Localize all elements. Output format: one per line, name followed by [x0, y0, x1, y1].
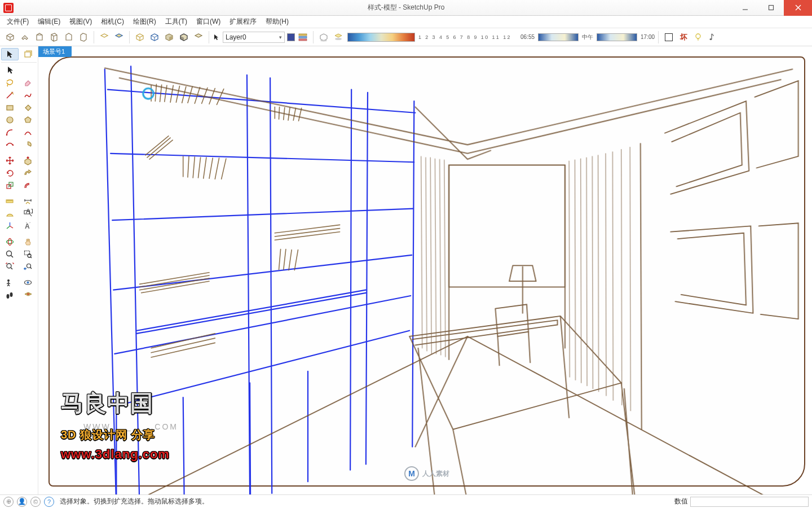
layer-manager-icon[interactable]: [296, 30, 310, 44]
move-tool[interactable]: [1, 154, 19, 167]
view-left-icon[interactable]: [77, 30, 90, 44]
svg-point-33: [7, 294, 10, 299]
section-tool[interactable]: [19, 288, 37, 301]
minimize-button[interactable]: [732, 0, 758, 16]
svg-line-95: [289, 250, 292, 270]
followme-tool[interactable]: [19, 167, 37, 179]
svg-line-105: [444, 160, 445, 357]
svg-line-44: [112, 209, 413, 221]
select-tool[interactable]: [1, 48, 19, 60]
view-right-icon[interactable]: [47, 30, 61, 44]
menu-tools[interactable]: 工具(T): [161, 16, 192, 28]
svg-line-96: [294, 250, 298, 270]
style-backedges-icon[interactable]: [112, 30, 126, 44]
menu-window[interactable]: 窗口(W): [192, 16, 225, 28]
layer-color-swatch[interactable]: [287, 33, 295, 41]
svg-line-92: [275, 232, 339, 240]
lasso-tool[interactable]: [1, 76, 19, 89]
maximize-button[interactable]: [758, 0, 784, 16]
freehand-tool[interactable]: [19, 89, 37, 101]
rotate-tool[interactable]: [1, 167, 19, 179]
time-end: 17:00: [641, 34, 655, 40]
svg-line-112: [606, 154, 606, 396]
circle-tool[interactable]: [1, 113, 19, 126]
help-icon[interactable]: ?: [44, 497, 54, 507]
look-around-tool[interactable]: [19, 276, 37, 288]
zoom-extents-tool[interactable]: [1, 260, 19, 273]
pie-tool[interactable]: [19, 138, 37, 151]
protractor-tool[interactable]: [1, 207, 19, 220]
3dtext-tool[interactable]: A: [19, 220, 37, 232]
user-icon[interactable]: 👤: [17, 497, 27, 507]
pushpull-tool[interactable]: [19, 154, 37, 167]
tape-tool[interactable]: [1, 195, 19, 207]
close-button[interactable]: [784, 0, 812, 16]
layer-value: Layer0: [226, 33, 246, 41]
shadow-toggle-icon[interactable]: [332, 30, 345, 44]
outliner-icon[interactable]: [662, 30, 676, 44]
lightbulb-icon[interactable]: [691, 30, 705, 44]
svg-line-66: [145, 136, 169, 155]
style-hidden-icon[interactable]: [148, 30, 161, 44]
line-tool[interactable]: [1, 89, 19, 101]
arc-tool[interactable]: [1, 126, 19, 138]
svg-rect-12: [7, 106, 13, 110]
style-shaded-tex-icon[interactable]: [177, 30, 191, 44]
polygon-tool[interactable]: [19, 113, 37, 126]
style-wireframe-icon[interactable]: [133, 30, 147, 44]
orbit-tool[interactable]: [1, 235, 19, 248]
arc3-tool[interactable]: [1, 138, 19, 151]
svg-line-37: [247, 75, 250, 494]
prev-view-tool[interactable]: [19, 260, 37, 273]
svg-line-40: [366, 93, 368, 465]
walk-tool[interactable]: [1, 288, 19, 301]
time-ramp[interactable]: [538, 33, 579, 41]
svg-line-87: [288, 108, 290, 121]
menu-file[interactable]: 文件(F): [2, 16, 33, 28]
watermark-center: M 人人素材: [404, 466, 449, 481]
arc2-tool[interactable]: [19, 126, 37, 138]
view-iso-icon[interactable]: [3, 30, 17, 44]
dimension-tool[interactable]: [19, 195, 37, 207]
viewport[interactable]: 场景号1: [38, 46, 812, 494]
pan-tool[interactable]: [19, 235, 37, 248]
position-camera-tool[interactable]: [1, 276, 19, 288]
month-ramp[interactable]: [347, 33, 415, 42]
svg-line-55: [155, 84, 156, 101]
menu-help[interactable]: 帮助(H): [261, 16, 293, 28]
scene-tab-1[interactable]: 场景号1: [38, 46, 72, 57]
style-mono-icon[interactable]: [192, 30, 205, 44]
text-tool[interactable]: A1: [19, 207, 37, 220]
scale-tool[interactable]: [1, 179, 19, 191]
time-ramp-2[interactable]: [597, 33, 637, 41]
view-front-icon[interactable]: [33, 30, 46, 44]
bad-geom-icon[interactable]: 坏: [677, 30, 690, 44]
style-xray-icon[interactable]: [98, 30, 111, 44]
menu-view[interactable]: 视图(V): [65, 16, 96, 28]
menu-edit[interactable]: 编辑(E): [33, 16, 65, 28]
time-mid: 中午: [582, 33, 593, 41]
credits-icon[interactable]: ©: [30, 497, 41, 507]
music-note-icon[interactable]: [706, 30, 720, 44]
menu-camera[interactable]: 相机(C): [96, 16, 129, 28]
menu-draw[interactable]: 绘图(R): [129, 16, 161, 28]
layer-select[interactable]: Layer0 ▾: [223, 32, 285, 43]
geo-icon[interactable]: ⊕: [3, 497, 14, 507]
view-top-icon[interactable]: [18, 30, 32, 44]
rotated-rect-tool[interactable]: [19, 101, 37, 113]
view-back-icon[interactable]: [62, 30, 76, 44]
zoom-tool[interactable]: [1, 248, 19, 260]
shadow-settings-icon[interactable]: [317, 30, 330, 44]
svg-point-10: [710, 38, 712, 40]
style-shaded-icon[interactable]: [162, 30, 176, 44]
rectangle-tool[interactable]: [1, 101, 19, 113]
eraser-tool[interactable]: [19, 76, 37, 89]
menu-extensions[interactable]: 扩展程序: [225, 16, 261, 28]
offset-tool[interactable]: [19, 179, 37, 191]
select-tool-2[interactable]: [1, 64, 19, 76]
svg-point-13: [7, 117, 13, 123]
axes-tool[interactable]: [1, 220, 19, 232]
zoom-window-tool[interactable]: [19, 248, 37, 260]
measurement-input[interactable]: [690, 497, 809, 507]
component-new-icon[interactable]: [19, 48, 37, 60]
